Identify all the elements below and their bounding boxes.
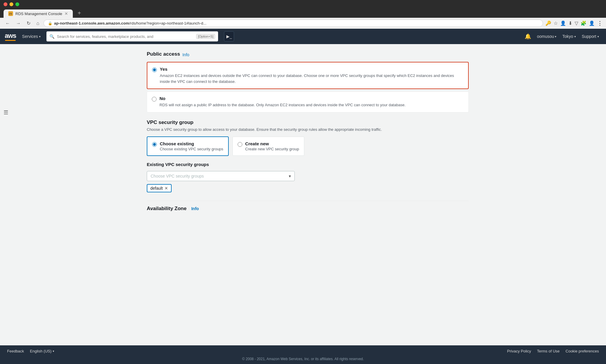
lock-icon: 🔒 <box>48 21 52 25</box>
services-label: Services <box>22 34 38 39</box>
puzzle-icon[interactable]: 🧩 <box>581 20 586 26</box>
profile-icon[interactable]: 👤 <box>560 20 566 26</box>
services-menu-button[interactable]: Services ▾ <box>20 33 43 40</box>
address-text: ap-northeast-1.console.aws.amazon.com/rd… <box>54 21 207 25</box>
vpc-groups-placeholder: Choose VPC security groups <box>151 174 204 178</box>
public-access-yes-option[interactable]: Yes Amazon EC2 instances and devices out… <box>147 62 469 89</box>
availability-zone-section: Availability Zone Info <box>147 201 469 212</box>
public-access-no-title: No <box>159 96 406 101</box>
forward-button[interactable]: → <box>14 20 22 27</box>
close-button[interactable] <box>4 2 7 6</box>
public-access-no-option[interactable]: No RDS will not assign a public IP addre… <box>147 91 469 112</box>
aws-footer: Feedback English (US) ▾ Privacy Policy T… <box>0 345 606 357</box>
vpc-security-group-label: VPC security group <box>147 120 194 125</box>
existing-vpc-groups-section: Existing VPC security groups Choose VPC … <box>147 162 469 192</box>
back-button[interactable]: ← <box>4 20 12 27</box>
default-tag[interactable]: default ✕ <box>147 184 172 192</box>
choose-existing-title: Choose existing <box>160 141 223 146</box>
public-access-section: Public access Info Yes Amazon EC2 instan… <box>137 51 469 112</box>
minimize-button[interactable] <box>9 2 13 6</box>
region-chevron-icon: ▾ <box>574 35 576 38</box>
shell-icon: ▶_ <box>226 34 232 39</box>
user-menu-button[interactable]: oomusou ▾ <box>535 33 559 40</box>
tag-list: default ✕ <box>147 184 469 192</box>
public-access-yes-content: Yes Amazon EC2 instances and devices out… <box>160 67 463 84</box>
public-access-yes-desc: Amazon EC2 instances and devices outside… <box>160 73 463 84</box>
tab-close-icon[interactable]: ✕ <box>65 11 68 16</box>
public-access-no-content: No RDS will not assign a public IP addre… <box>159 96 406 108</box>
aws-logo[interactable]: aws <box>5 32 16 41</box>
vpc-options: Choose existing Choose existing VPC secu… <box>147 136 469 156</box>
main-wrapper: ☰ Public access Info Yes Amazon EC2 inst… <box>0 44 606 345</box>
availability-zone-label: Availability Zone <box>147 206 186 212</box>
public-access-yes-label: Yes Amazon EC2 instances and devices out… <box>152 67 463 84</box>
terms-of-use-link[interactable]: Terms of Use <box>537 349 560 353</box>
aws-topnav: aws Services ▾ 🔍 [Option+S] ▶_ 🔔 oomusou… <box>0 29 606 44</box>
address-bar[interactable]: 🔒 ap-northeast-1.console.aws.amazon.com/… <box>43 20 543 27</box>
main-content: Public access Info Yes Amazon EC2 instan… <box>125 44 481 345</box>
public-access-no-radio[interactable] <box>152 97 157 102</box>
traffic-lights <box>4 2 602 6</box>
choose-existing-radio[interactable] <box>152 142 157 147</box>
search-input[interactable] <box>57 34 194 39</box>
key-icon[interactable]: 🔑 <box>545 20 551 26</box>
public-access-no-desc: RDS will not assign a public IP address … <box>159 102 406 108</box>
vpc-groups-dropdown[interactable]: Choose VPC security groups ▾ <box>147 171 295 181</box>
public-access-no-label: No RDS will not assign a public IP addre… <box>152 96 464 108</box>
choose-existing-card[interactable]: Choose existing Choose existing VPC secu… <box>147 136 229 156</box>
services-chevron-icon: ▾ <box>39 35 41 38</box>
footer-left: Feedback English (US) ▾ <box>7 349 54 353</box>
dropdown-arrow-icon: ▾ <box>289 174 291 178</box>
feedback-link[interactable]: Feedback <box>7 349 24 353</box>
search-icon: 🔍 <box>49 34 54 39</box>
support-label: Support <box>582 34 596 39</box>
create-new-card[interactable]: Create new Create new VPC security group <box>232 136 304 156</box>
tab-title: RDS Management Console <box>15 12 62 16</box>
vpc-groups-dropdown-wrapper: Choose VPC security groups ▾ <box>147 171 295 181</box>
region-label: Tokyo <box>562 34 573 39</box>
default-tag-remove-icon[interactable]: ✕ <box>165 186 168 191</box>
topnav-right: 🔔 oomusou ▾ Tokyo ▾ Support ▾ <box>522 32 601 41</box>
support-menu-button[interactable]: Support ▾ <box>579 33 601 40</box>
aws-logo-text: aws <box>5 32 16 40</box>
search-bar[interactable]: 🔍 [Option+S] <box>46 31 218 41</box>
public-access-label: Public access <box>147 51 180 57</box>
tab-favicon: 🗃 <box>8 11 13 16</box>
region-menu-button[interactable]: Tokyo ▾ <box>560 33 578 40</box>
privacy-policy-link[interactable]: Privacy Policy <box>507 349 531 353</box>
reload-button[interactable]: ↻ <box>25 20 32 27</box>
language-selector[interactable]: English (US) ▾ <box>30 349 54 353</box>
choose-existing-label: Choose existing Choose existing VPC secu… <box>152 141 223 151</box>
user-name: oomusou <box>537 34 554 39</box>
default-tag-label: default <box>150 186 163 191</box>
cookie-preferences-link[interactable]: Cookie preferences <box>565 349 599 353</box>
new-tab-button[interactable]: + <box>75 9 83 18</box>
notifications-bell-icon[interactable]: 🔔 <box>522 32 534 41</box>
cloudshell-button[interactable]: ▶_ <box>224 31 234 41</box>
choose-existing-desc: Choose existing VPC security groups <box>160 147 223 151</box>
public-access-info-link[interactable]: Info <box>182 52 189 57</box>
support-chevron-icon: ▾ <box>597 35 599 38</box>
extension1-icon[interactable]: ⬇ <box>568 20 572 26</box>
language-chevron-icon: ▾ <box>53 349 54 353</box>
create-new-label: Create new Create new VPC security group <box>238 141 299 151</box>
more-button[interactable]: ⋮ <box>597 20 602 27</box>
create-new-title: Create new <box>245 141 299 146</box>
maximize-button[interactable] <box>15 2 19 6</box>
home-button[interactable]: ⌂ <box>35 20 41 27</box>
choose-existing-content: Choose existing Choose existing VPC secu… <box>160 141 223 151</box>
create-new-content: Create new Create new VPC security group <box>245 141 299 151</box>
public-access-yes-radio[interactable] <box>152 67 157 72</box>
footer-right: Privacy Policy Terms of Use Cookie prefe… <box>507 349 599 353</box>
vpc-security-group-section: VPC security group Choose a VPC security… <box>147 120 469 156</box>
copyright-text: © 2008 - 2021, Amazon Web Services, Inc.… <box>0 357 606 364</box>
create-new-radio[interactable] <box>238 142 242 147</box>
avatar-icon[interactable]: 👤 <box>589 20 595 26</box>
extension2-icon[interactable]: ▽ <box>575 20 578 26</box>
language-label: English (US) <box>30 349 51 353</box>
active-tab[interactable]: 🗃 RDS Management Console ✕ <box>4 9 73 18</box>
vpc-security-group-desc: Choose a VPC security group to allow acc… <box>147 127 469 133</box>
sidebar-toggle-button[interactable]: ☰ <box>0 107 12 118</box>
availability-zone-info-link[interactable]: Info <box>191 206 199 211</box>
star-icon[interactable]: ☆ <box>554 20 558 26</box>
